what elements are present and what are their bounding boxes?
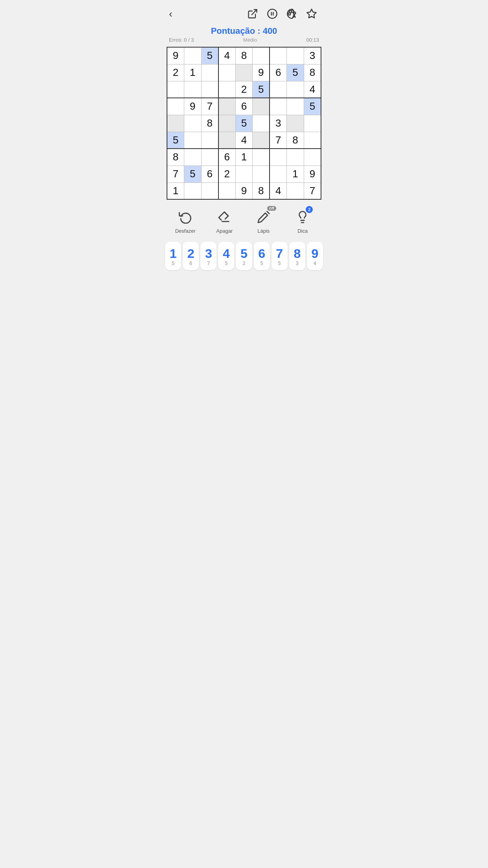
cell-2-8[interactable]: 4 [304,81,321,98]
cell-4-8[interactable] [304,115,321,132]
cell-6-6[interactable] [270,149,287,166]
theme-button[interactable]: A [284,6,299,21]
cell-4-2[interactable]: 8 [201,115,218,132]
cell-3-7[interactable] [287,98,304,115]
cell-1-7[interactable]: 5 [287,64,304,81]
undo-button[interactable]: Desfazer [172,208,199,234]
cell-5-1[interactable] [184,132,202,149]
cell-2-1[interactable] [184,81,202,98]
pause-button[interactable] [265,6,280,21]
numpad-key-2[interactable]: 26 [183,242,199,270]
cell-2-6[interactable] [270,81,287,98]
cell-0-7[interactable] [287,47,304,64]
hint-button[interactable]: 2 Dica [289,208,316,234]
cell-8-3[interactable] [218,182,236,199]
cell-5-8[interactable] [304,132,321,149]
numpad-key-7[interactable]: 75 [272,242,288,270]
numpad-key-5[interactable]: 52 [236,242,252,270]
cell-4-1[interactable] [184,115,202,132]
cell-3-1[interactable]: 9 [184,98,202,115]
cell-3-2[interactable]: 7 [201,98,218,115]
settings-button[interactable] [304,6,319,21]
cell-2-0[interactable] [167,81,184,98]
cell-2-7[interactable] [287,81,304,98]
cell-8-1[interactable] [184,182,202,199]
cell-0-1[interactable] [184,47,202,64]
cell-5-0[interactable]: 5 [167,132,184,149]
cell-1-6[interactable]: 6 [270,64,287,81]
cell-8-4[interactable]: 9 [235,182,253,199]
cell-0-4[interactable]: 8 [235,47,253,64]
cell-8-7[interactable] [287,182,304,199]
cell-5-5[interactable] [253,132,270,149]
cell-8-0[interactable]: 1 [167,182,184,199]
cell-2-3[interactable] [218,81,236,98]
cell-2-5[interactable]: 5 [253,81,270,98]
cell-1-8[interactable]: 8 [304,64,321,81]
cell-1-5[interactable]: 9 [253,64,270,81]
cell-0-8[interactable]: 3 [304,47,321,64]
cell-1-3[interactable] [218,64,236,81]
cell-5-6[interactable]: 7 [270,132,287,149]
cell-3-5[interactable] [253,98,270,115]
pencil-button[interactable]: Off Lápis [250,208,277,234]
erase-button[interactable]: Apagar [211,208,238,234]
cell-6-2[interactable] [201,149,218,166]
cell-7-3[interactable]: 2 [218,166,236,182]
cell-7-2[interactable]: 6 [201,166,218,182]
cell-6-4[interactable]: 1 [235,149,253,166]
cell-1-4[interactable] [235,64,253,81]
cell-0-2[interactable]: 5 [201,47,218,64]
cell-3-3[interactable] [218,98,236,115]
cell-8-6[interactable]: 4 [270,182,287,199]
cell-7-1[interactable]: 5 [184,166,202,182]
cell-4-3[interactable] [218,115,236,132]
numpad-count-8: 3 [296,261,299,266]
cell-8-5[interactable]: 8 [253,182,270,199]
cell-0-3[interactable]: 4 [218,47,236,64]
cell-1-1[interactable]: 1 [184,64,202,81]
cell-4-6[interactable]: 3 [270,115,287,132]
cell-7-8[interactable]: 9 [304,166,321,182]
cell-4-7[interactable] [287,115,304,132]
cell-4-5[interactable] [253,115,270,132]
cell-2-2[interactable] [201,81,218,98]
numpad-key-4[interactable]: 45 [218,242,234,270]
cell-4-4[interactable]: 5 [235,115,253,132]
numpad-key-3[interactable]: 37 [200,242,216,270]
cell-7-0[interactable]: 7 [167,166,184,182]
cell-6-1[interactable] [184,149,202,166]
cell-4-0[interactable] [167,115,184,132]
numpad-key-9[interactable]: 94 [307,242,323,270]
cell-7-6[interactable] [270,166,287,182]
cell-8-8[interactable]: 7 [304,182,321,199]
cell-0-5[interactable] [253,47,270,64]
cell-6-7[interactable] [287,149,304,166]
cell-3-4[interactable]: 6 [235,98,253,115]
cell-7-4[interactable] [235,166,253,182]
cell-5-2[interactable] [201,132,218,149]
cell-5-7[interactable]: 8 [287,132,304,149]
cell-6-0[interactable]: 8 [167,149,184,166]
cell-8-2[interactable] [201,182,218,199]
cell-2-4[interactable]: 2 [235,81,253,98]
cell-6-3[interactable]: 6 [218,149,236,166]
numpad-key-6[interactable]: 65 [254,242,270,270]
cell-5-4[interactable]: 4 [235,132,253,149]
cell-1-0[interactable]: 2 [167,64,184,81]
cell-3-8[interactable]: 5 [304,98,321,115]
back-button[interactable]: ‹ [169,9,172,19]
cell-1-2[interactable] [201,64,218,81]
cell-6-5[interactable] [253,149,270,166]
cell-7-7[interactable]: 1 [287,166,304,182]
cell-3-6[interactable] [270,98,287,115]
numpad-key-1[interactable]: 15 [165,242,181,270]
numpad-key-8[interactable]: 83 [289,242,305,270]
cell-6-8[interactable] [304,149,321,166]
cell-7-5[interactable] [253,166,270,182]
share-button[interactable] [245,6,260,21]
cell-5-3[interactable] [218,132,236,149]
cell-3-0[interactable] [167,98,184,115]
cell-0-0[interactable]: 9 [167,47,184,64]
cell-0-6[interactable] [270,47,287,64]
